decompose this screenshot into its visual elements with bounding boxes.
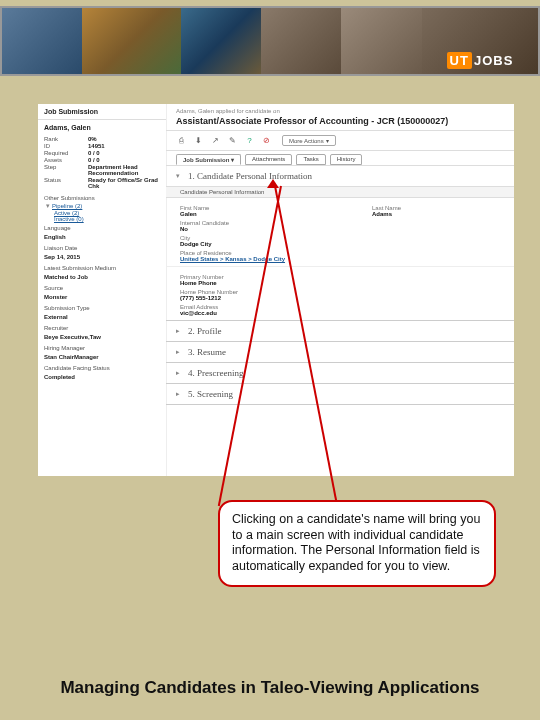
block-icon[interactable]: ⊘ bbox=[261, 135, 272, 146]
city-value: Dodge City bbox=[180, 241, 372, 247]
section-5-header[interactable]: ▸5. Screening bbox=[166, 384, 514, 404]
por-value[interactable]: United States > Kansas > Dodge City bbox=[180, 256, 372, 262]
header-banner: UTJOBS bbox=[0, 6, 540, 76]
source-header: Source bbox=[38, 282, 166, 292]
callout-box: Clicking on a candidate's name will brin… bbox=[218, 500, 496, 587]
expand-icon: ▸ bbox=[176, 327, 188, 335]
subtype-header: Submission Type bbox=[38, 302, 166, 312]
status-label: Status bbox=[44, 177, 88, 189]
mgr-header: Hiring Manager bbox=[38, 342, 166, 352]
section-2-header[interactable]: ▸2. Profile bbox=[166, 321, 514, 341]
collapse-icon: ▾ bbox=[176, 172, 188, 180]
other-submissions-header: Other Submissions bbox=[38, 192, 166, 202]
callout-text: Clicking on a candidate's name will brin… bbox=[232, 512, 480, 573]
tab-history[interactable]: History bbox=[330, 154, 363, 165]
help-icon[interactable]: ? bbox=[244, 135, 255, 146]
cf-value: Completed bbox=[44, 374, 75, 380]
callout-arrowhead bbox=[267, 179, 279, 188]
banner-photo-4 bbox=[261, 8, 341, 74]
position-title: Assistant/Associate Professor of Account… bbox=[166, 116, 514, 131]
home-phone-value: (777) 555-1212 bbox=[180, 295, 500, 301]
chevron-down-icon: ▾ bbox=[326, 137, 329, 144]
tab-tasks[interactable]: Tasks bbox=[296, 154, 325, 165]
edit-icon[interactable]: ✎ bbox=[227, 135, 238, 146]
step-label: Step bbox=[44, 164, 88, 176]
sidebar: Job Submission Adams, Galen Rank0% ID149… bbox=[38, 104, 167, 476]
breadcrumb: Adams, Galen applied for candidate on bbox=[166, 104, 514, 116]
section-1-header[interactable]: ▾1. Candidate Personal Information bbox=[166, 166, 514, 186]
tab-attachments[interactable]: Attachments bbox=[245, 154, 292, 165]
liaison-header: Liaison Date bbox=[38, 242, 166, 252]
recruiter-value: Beye Executive,Taw bbox=[44, 334, 101, 340]
email-value: vic@dcc.edu bbox=[180, 310, 500, 316]
cf-header: Candidate Facing Status bbox=[38, 362, 166, 372]
rank-value: 0% bbox=[88, 136, 160, 142]
required-label: Required bbox=[44, 150, 88, 156]
last-name-value: Adams bbox=[372, 211, 500, 217]
language-header: Language bbox=[38, 222, 166, 232]
medium-header: Latest Submission Medium bbox=[38, 262, 166, 272]
home-phone-label: Home Phone bbox=[180, 280, 500, 286]
id-value: 14951 bbox=[88, 143, 160, 149]
main-panel: Adams, Galen applied for candidate on As… bbox=[166, 104, 514, 476]
ut-jobs-logo: UTJOBS bbox=[447, 53, 514, 68]
id-label: ID bbox=[44, 143, 88, 149]
required-value: 0 / 0 bbox=[88, 150, 160, 156]
section-1-subbar: Candidate Personal Information bbox=[166, 186, 514, 198]
liaison-value: Sep 14, 2015 bbox=[44, 254, 80, 260]
language-value: English bbox=[44, 234, 66, 240]
step-value: Department Head Recommendation bbox=[88, 164, 160, 176]
download-icon[interactable]: ⬇ bbox=[193, 135, 204, 146]
print-icon[interactable]: ⎙ bbox=[176, 135, 187, 146]
recruiter-header: Recruiter bbox=[38, 322, 166, 332]
sidebar-panel-title: Job Submission bbox=[38, 104, 166, 120]
expand-icon: ▸ bbox=[176, 348, 188, 356]
section-4-header[interactable]: ▸4. Prescreening bbox=[166, 363, 514, 383]
assets-label: Assets bbox=[44, 157, 88, 163]
expand-icon: ▸ bbox=[176, 369, 188, 377]
banner-photo-3 bbox=[181, 8, 261, 74]
slide-footer: Managing Candidates in Taleo-Viewing App… bbox=[0, 678, 540, 698]
status-value: Ready for Office/Sr Grad Chk bbox=[88, 177, 160, 189]
source-value: Monster bbox=[44, 294, 67, 300]
banner-photo-5 bbox=[341, 8, 421, 74]
subtype-value: External bbox=[44, 314, 68, 320]
collapse-icon[interactable]: ▾ bbox=[44, 202, 52, 210]
tab-job-submission[interactable]: Job Submission ▾ bbox=[176, 154, 241, 165]
mgr-value: Stan ChairManager bbox=[44, 354, 99, 360]
share-icon[interactable]: ↗ bbox=[210, 135, 221, 146]
subtabs: Job Submission ▾ Attachments Tasks Histo… bbox=[166, 151, 514, 166]
pipeline-link[interactable]: Pipeline (2) bbox=[52, 203, 82, 209]
medium-value: Matched to Job bbox=[44, 274, 88, 280]
rank-label: Rank bbox=[44, 136, 88, 142]
banner-photo-1 bbox=[2, 8, 82, 74]
candidate-name: Adams, Galen bbox=[38, 120, 166, 133]
internal-value: No bbox=[180, 226, 372, 232]
assets-value: 0 / 0 bbox=[88, 157, 160, 163]
inactive-link[interactable]: Inactive (0) bbox=[54, 216, 84, 222]
section-3-header[interactable]: ▸3. Resume bbox=[166, 342, 514, 362]
taleo-screenshot: Job Submission Adams, Galen Rank0% ID149… bbox=[38, 104, 514, 476]
toolbar: ⎙ ⬇ ↗ ✎ ? ⊘ More Actions▾ bbox=[166, 131, 514, 151]
banner-photo-2 bbox=[82, 8, 180, 74]
banner-photo-6: UTJOBS bbox=[422, 8, 538, 74]
expand-icon: ▸ bbox=[176, 390, 188, 398]
section-personal-info: ▾1. Candidate Personal Information Candi… bbox=[166, 166, 514, 321]
more-actions-button[interactable]: More Actions▾ bbox=[282, 135, 336, 146]
